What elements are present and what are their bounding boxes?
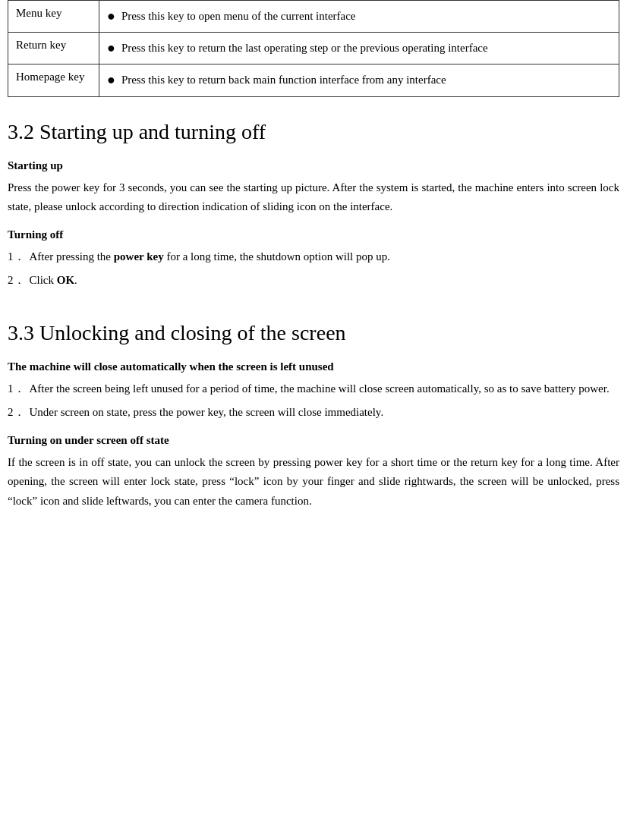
bullet-icon-homepage: ● [107,71,115,90]
key-name-homepage: Homepage key [8,64,99,96]
section-32: 3.2 Starting up and turning off Starting… [8,120,619,291]
bullet-icon-return: ● [107,39,115,58]
auto-close-num-2: 2． [8,403,25,423]
table-row-menu: Menu key ● Press this key to open menu o… [8,1,619,33]
key-name-return: Return key [8,33,99,64]
key-desc-menu: ● Press this key to open menu of the cur… [99,1,619,33]
auto-close-item2-text: Under screen on state, press the power k… [30,403,384,423]
list-num-2: 2． [8,271,25,291]
auto-close-item-2: 2． Under screen on state, press the powe… [8,403,619,423]
key-desc-return: ● Press this key to return the last oper… [99,33,619,64]
starting-up-body: Press the power key for 3 seconds, you c… [8,178,619,217]
auto-close-item1-text: After the screen being left unused for a… [30,379,610,399]
table-row-homepage: Homepage key ● Press this key to return … [8,64,619,96]
turning-on-body: If the screen is in off state, you can u… [8,453,619,511]
auto-close-item-1: 1． After the screen being left unused fo… [8,379,619,399]
turning-on-heading: Turning on under screen off state [8,434,619,447]
key-desc-homepage: ● Press this key to return back main fun… [99,64,619,96]
key-table: Menu key ● Press this key to open menu o… [8,0,619,97]
auto-close-num-1: 1． [8,379,25,399]
turning-off-item1-text: After pressing the power key for a long … [30,247,391,267]
turning-off-item-2: 2． Click OK. [8,271,619,291]
section-33-heading: 3.3 Unlocking and closing of the screen [8,321,619,345]
bullet-icon-menu: ● [107,7,115,26]
table-row-return: Return key ● Press this key to return th… [8,33,619,64]
turning-off-item-1: 1． After pressing the power key for a lo… [8,247,619,267]
turning-off-heading: Turning off [8,228,619,241]
section-32-heading: 3.2 Starting up and turning off [8,120,619,144]
auto-close-heading: The machine will close automatically whe… [8,360,619,373]
key-name-menu: Menu key [8,1,99,33]
page-content: Menu key ● Press this key to open menu o… [0,0,627,511]
starting-up-heading: Starting up [8,159,619,172]
list-num-1: 1． [8,247,25,267]
turning-off-item2-text: Click OK. [30,271,77,291]
section-33: 3.3 Unlocking and closing of the screen … [8,321,619,511]
